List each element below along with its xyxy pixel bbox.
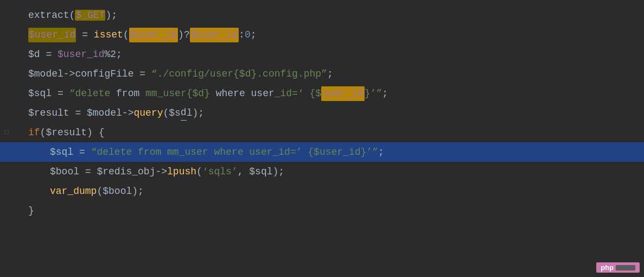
line-content-6: $result = $model-> query ($s d l);	[17, 105, 644, 121]
line-content-1: extract($_GET);	[17, 8, 644, 23]
highlight-userid3: $user_id	[190, 28, 239, 42]
line-content-5: $sql = “delete from mm_user{$d} where us…	[17, 86, 644, 101]
php-badge: php	[596, 262, 640, 273]
highlight-userid4: user_id	[321, 86, 365, 101]
php-badge-label: php	[601, 263, 614, 272]
code-line-10: var_dump ($bool);	[0, 181, 644, 201]
line-content-3: $d = $user_id %2;	[17, 47, 644, 62]
line-content-8: $sql = “delete from mm_user where user_i…	[17, 145, 644, 160]
code-line-8: $sql = “delete from mm_user where user_i…	[0, 142, 644, 162]
code-line-5: $sql = “delete from mm_user{$d} where us…	[0, 84, 644, 103]
collapse-icon[interactable]: □	[4, 128, 8, 137]
code-line-4: $model->configFile = “./config/user{$d}.…	[0, 64, 644, 84]
highlight-get: $_GET	[75, 10, 105, 21]
line-content-11: }	[17, 204, 644, 218]
highlight-userid2: $user_id	[129, 28, 178, 42]
code-line-2: $user_id = isset ( $user_id )? $user_id …	[0, 25, 644, 45]
gutter-7: □	[0, 128, 17, 137]
line-content-10: var_dump ($bool);	[17, 184, 644, 199]
code-editor: extract($_GET); $user_id = isset ( $user…	[0, 0, 644, 277]
code-line-6: $result = $model-> query ($s d l);	[0, 103, 644, 123]
code-line-3: $d = $user_id %2;	[0, 45, 644, 64]
line-content-4: $model->configFile = “./config/user{$d}.…	[17, 67, 644, 81]
line-content-7: if ($result) {	[17, 125, 644, 140]
line-content-9: $bool = $redis_obj-> lpush ( ‘sqls’ , $s…	[17, 165, 644, 179]
php-badge-bar	[616, 265, 635, 270]
line-content-2: $user_id = isset ( $user_id )? $user_id …	[17, 28, 644, 42]
code-line-11: }	[0, 201, 644, 221]
code-text: extract($_GET);	[28, 8, 117, 23]
code-line-1: extract($_GET);	[0, 5, 644, 25]
highlight-userid1: $user_id	[28, 28, 76, 42]
code-line-7: □ if ($result) {	[0, 123, 644, 142]
code-line-9: $bool = $redis_obj-> lpush ( ‘sqls’ , $s…	[0, 162, 644, 181]
